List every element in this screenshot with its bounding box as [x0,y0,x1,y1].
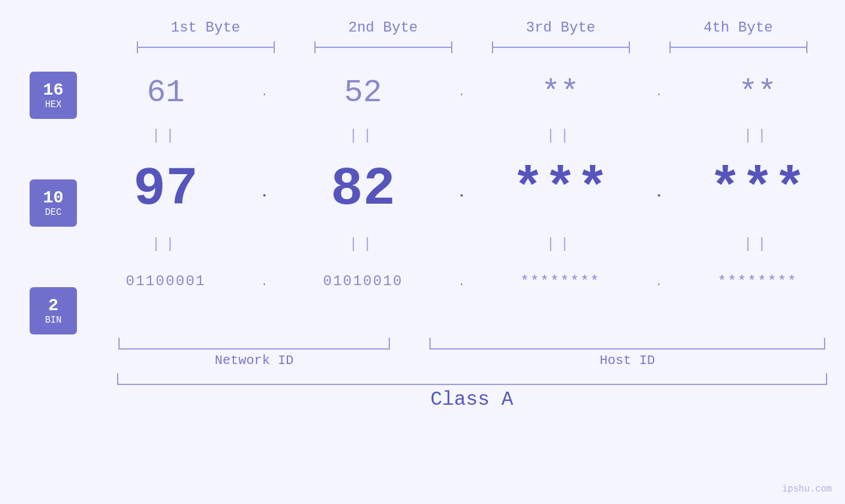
dec-cell-4: *** [669,163,845,217]
byte-headers: 1st Byte 2nd Byte 3rd Byte 4th Byte [0,20,845,36]
bin-dot-1: . [254,275,274,288]
badge-dec: 10 DEC [30,179,77,227]
eq1-cell-1: || [77,127,254,144]
badge-bin: 2 BIN [30,287,77,334]
eq1-cell-3: || [471,127,649,144]
dot-2: . [452,87,471,99]
dec-cell-2: 82 [274,163,452,217]
watermark: ipshu.com [782,484,832,494]
equals-row-2: || || || || [77,231,845,257]
bracket-4 [650,41,827,53]
bracket-1 [117,41,295,53]
bin-cell-2: 01010010 [274,273,452,290]
values-grid: 61 . 52 . ** . ** || [77,66,845,303]
eq2-cell-2: || [274,236,452,252]
dec-row: 97 . 82 . *** . *** [77,152,845,227]
eq1-cell-2: || [274,127,452,144]
hex-cell-1: 61 [77,75,254,110]
main-container: 1st Byte 2nd Byte 3rd Byte 4th Byte 16 H… [0,0,845,504]
eq1-cell-4: || [669,127,845,144]
host-id-label: Host ID [410,353,845,368]
bottom-brackets [0,338,845,350]
eq2-cell-4: || [669,236,845,252]
hex-cell-4: ** [669,75,845,110]
bracket-2 [295,41,472,53]
byte-header-3: 3rd Byte [472,20,650,36]
class-bracket-row [0,373,845,385]
badge-hex: 16 HEX [30,72,77,119]
dec-dot-3: . [649,185,669,201]
top-brackets [0,41,845,53]
bracket-3 [472,41,650,53]
eq2-cell-3: || [471,236,649,252]
badges-column: 16 HEX 10 DEC 2 BIN [0,66,77,334]
hex-cell-3: ** [471,75,649,110]
bin-dot-2: . [452,275,471,288]
byte-header-4: 4th Byte [650,20,827,36]
class-label-row: Class A [0,388,845,411]
bin-cell-1: 01100001 [77,273,254,290]
dot-3: . [649,87,669,99]
bin-dot-3: . [649,275,669,288]
dot-1: . [254,87,274,99]
hex-cell-2: 52 [274,75,452,110]
dec-dot-2: . [452,185,471,201]
byte-header-2: 2nd Byte [295,20,472,36]
dec-cell-1: 97 [77,163,254,217]
host-bracket [410,338,845,350]
dec-cell-3: *** [471,163,649,217]
network-bracket [99,338,410,350]
class-a-label: Class A [117,388,827,411]
content-area: 16 HEX 10 DEC 2 BIN 61 . [0,66,845,334]
byte-header-1: 1st Byte [117,20,295,36]
labels-row: Network ID Host ID [0,353,845,368]
dec-dot-1: . [254,185,274,201]
hex-row: 61 . 52 . ** . ** [77,66,845,119]
eq2-cell-1: || [77,236,254,252]
bin-cell-4: ******** [669,273,845,290]
bin-row: 01100001 . 01010010 . ******** . *******… [77,260,845,303]
equals-row-1: || || || || [77,122,845,149]
class-bracket [117,373,827,385]
network-id-label: Network ID [99,353,410,368]
bin-cell-3: ******** [471,273,649,290]
